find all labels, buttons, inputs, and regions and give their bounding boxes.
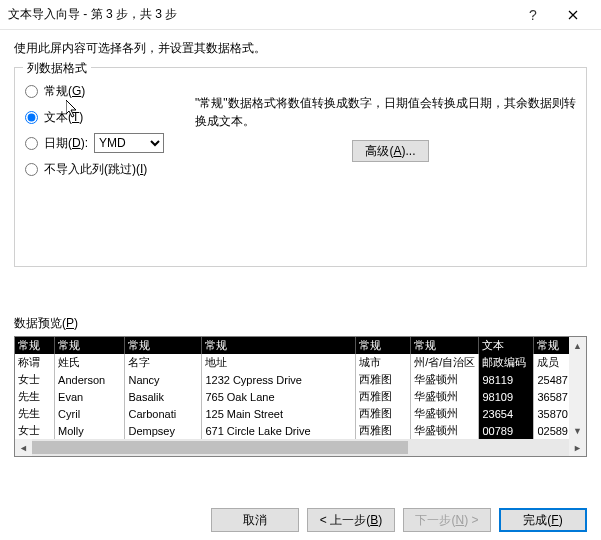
window-title: 文本导入向导 - 第 3 步，共 3 步 <box>8 6 513 23</box>
preview-panel: 常规常规常规常规常规常规文本常规 称谓姓氏名字地址城市州/省/自治区邮政编码成员… <box>14 336 587 457</box>
table-cell: 125 Main Street <box>202 405 356 422</box>
table-cell: Dempsey <box>125 422 202 439</box>
table-cell: 华盛顿州 <box>411 371 479 388</box>
table-cell: 华盛顿州 <box>411 422 479 439</box>
column-header[interactable]: 常规 <box>55 337 125 354</box>
table-row: 称谓姓氏名字地址城市州/省/自治区邮政编码成员 <box>15 354 569 371</box>
table-cell: Anderson <box>55 371 125 388</box>
table-cell: 姓氏 <box>55 354 125 371</box>
table-cell: 765 Oak Lane <box>202 388 356 405</box>
table-cell: Evan <box>55 388 125 405</box>
table-cell: 98119 <box>479 371 534 388</box>
step-description: 使用此屏内容可选择各列，并设置其数据格式。 <box>14 40 587 57</box>
table-cell: Carbonati <box>125 405 202 422</box>
table-cell: 23654 <box>479 405 534 422</box>
footer-buttons: 取消 < 上一步(B) 下一步(N) > 完成(F) <box>211 508 587 532</box>
table-cell: Molly <box>55 422 125 439</box>
close-icon <box>568 10 578 20</box>
back-button[interactable]: < 上一步(B) <box>307 508 395 532</box>
horizontal-scrollbar[interactable]: ◄ ► <box>15 439 586 456</box>
table-cell: 邮政编码 <box>479 354 534 371</box>
column-header[interactable]: 常规 <box>125 337 202 354</box>
table-cell: Cyril <box>55 405 125 422</box>
radio-skip-row[interactable]: 不导入此列(跳过)(I) <box>25 156 185 182</box>
format-help-text: "常规"数据格式将数值转换成数字，日期值会转换成日期，其余数据则转换成文本。 <box>195 94 586 130</box>
table-row: 先生EvanBasalik765 Oak Lane西雅图华盛顿州98109365… <box>15 388 569 405</box>
finish-button[interactable]: 完成(F) <box>499 508 587 532</box>
table-cell: 先生 <box>15 405 55 422</box>
table-cell: Basalik <box>125 388 202 405</box>
table-cell: 华盛顿州 <box>411 405 479 422</box>
table-cell: 西雅图 <box>356 388 411 405</box>
table-cell: 女士 <box>15 371 55 388</box>
titlebar: 文本导入向导 - 第 3 步，共 3 步 ? <box>0 0 601 30</box>
radio-general[interactable] <box>25 85 38 98</box>
table-cell: 00789 <box>479 422 534 439</box>
table-cell: 成员 <box>534 354 569 371</box>
close-button[interactable] <box>553 1 593 29</box>
table-cell: 先生 <box>15 388 55 405</box>
table-cell: 西雅图 <box>356 422 411 439</box>
table-cell: 州/省/自治区 <box>411 354 479 371</box>
table-cell: 名字 <box>125 354 202 371</box>
scroll-down-icon[interactable]: ▼ <box>569 422 586 439</box>
column-header[interactable]: 常规 <box>411 337 479 354</box>
scrollbar-thumb[interactable] <box>32 441 408 454</box>
table-cell: 华盛顿州 <box>411 388 479 405</box>
column-header[interactable]: 文本 <box>479 337 534 354</box>
radio-skip[interactable] <box>25 163 38 176</box>
table-cell: 02589 <box>534 422 569 439</box>
table-cell: 城市 <box>356 354 411 371</box>
radio-general-row[interactable]: 常规(G) <box>25 78 185 104</box>
table-cell: 西雅图 <box>356 405 411 422</box>
table-cell: 地址 <box>202 354 356 371</box>
table-cell: 25487 <box>534 371 569 388</box>
table-cell: 西雅图 <box>356 371 411 388</box>
next-button: 下一步(N) > <box>403 508 491 532</box>
help-button[interactable]: ? <box>513 1 553 29</box>
advanced-button[interactable]: 高级(A)... <box>352 140 428 162</box>
column-format-fieldset: 列数据格式 常规(G) 文本(T) 日期(D): YMD <box>14 67 587 267</box>
table-cell: 98109 <box>479 388 534 405</box>
column-header[interactable]: 常规 <box>356 337 411 354</box>
scroll-left-icon[interactable]: ◄ <box>15 439 32 456</box>
table-row: 女士AndersonNancy1232 Cypress Drive西雅图华盛顿州… <box>15 371 569 388</box>
table-cell: 671 Circle Lake Drive <box>202 422 356 439</box>
radio-text-row[interactable]: 文本(T) <box>25 104 185 130</box>
column-header[interactable]: 常规 <box>202 337 356 354</box>
table-cell: Nancy <box>125 371 202 388</box>
table-cell: 36587 <box>534 388 569 405</box>
preview-table[interactable]: 常规常规常规常规常规常规文本常规 称谓姓氏名字地址城市州/省/自治区邮政编码成员… <box>15 337 569 439</box>
table-row: 女士MollyDempsey671 Circle Lake Drive西雅图华盛… <box>15 422 569 439</box>
scroll-right-icon[interactable]: ► <box>569 439 586 456</box>
table-cell: 35870 <box>534 405 569 422</box>
radio-text[interactable] <box>25 111 38 124</box>
table-cell: 1232 Cypress Drive <box>202 371 356 388</box>
table-row: 先生CyrilCarbonati125 Main Street西雅图华盛顿州23… <box>15 405 569 422</box>
scroll-up-icon[interactable]: ▲ <box>569 337 586 354</box>
column-header[interactable]: 常规 <box>15 337 55 354</box>
preview-label: 数据预览(P) <box>14 315 587 332</box>
radio-date-row[interactable]: 日期(D): YMD <box>25 130 185 156</box>
table-cell: 称谓 <box>15 354 55 371</box>
vertical-scrollbar[interactable]: ▲ ▼ <box>569 337 586 439</box>
column-header[interactable]: 常规 <box>534 337 569 354</box>
cancel-button[interactable]: 取消 <box>211 508 299 532</box>
table-cell: 女士 <box>15 422 55 439</box>
radio-date[interactable] <box>25 137 38 150</box>
date-format-select[interactable]: YMD <box>94 133 164 153</box>
